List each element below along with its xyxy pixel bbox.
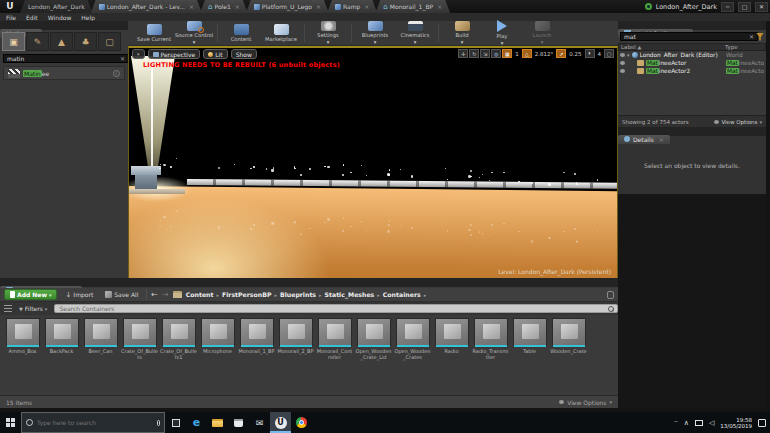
people-icon[interactable]: ꞏꞏ	[674, 419, 678, 427]
unreal-engine-taskbar-icon[interactable]: U	[270, 412, 291, 433]
build-button[interactable]: Build▾	[442, 21, 482, 45]
import-button[interactable]: ↓Import	[61, 289, 97, 300]
back-icon[interactable]: ←	[151, 290, 158, 299]
asset-tile[interactable]: Microphone	[199, 318, 236, 355]
viewport-options-dropdown[interactable]: ▾	[132, 49, 145, 59]
minimize-button[interactable]: ─	[721, 2, 734, 12]
tab-monorail-1-bp[interactable]: ⌂Monorail_1_BP×	[375, 0, 450, 13]
hidden-icons-chevron[interactable]: ∧	[684, 419, 689, 427]
network-icon[interactable]	[695, 420, 703, 426]
clear-search-icon[interactable]: ✕	[749, 33, 754, 40]
menu-item[interactable]: Window	[48, 14, 72, 21]
breadcrumb-item[interactable]: Containers▸	[383, 291, 426, 298]
camera-speed-value[interactable]: 4	[596, 51, 604, 57]
asset-tile[interactable]: Open_Wooden_Crate_Lid	[355, 318, 392, 360]
close-icon[interactable]: ×	[316, 3, 321, 10]
view-options-button[interactable]: View Options▾	[714, 119, 762, 125]
settings-button[interactable]: Settings▾	[308, 21, 348, 45]
marketplace-button[interactable]: Marketplace	[261, 21, 301, 45]
breadcrumb-item[interactable]: Blueprints▸	[280, 291, 322, 298]
scale-tool-icon[interactable]: ⇲	[480, 49, 490, 58]
view-mode-button[interactable]: Lit	[203, 49, 227, 59]
save-current-button[interactable]: Save Current	[134, 21, 174, 45]
lock-icon[interactable]	[607, 291, 614, 299]
menu-item[interactable]: File	[6, 14, 16, 21]
rotation-snap-value[interactable]: 2.812°	[533, 51, 556, 57]
scale-snap-icon[interactable]: ↗	[556, 49, 566, 58]
asset-tile[interactable]: Radio	[433, 318, 470, 355]
asset-tile[interactable]: Monorail_1_BP	[238, 318, 275, 355]
asset-tile[interactable]: Beer_Can	[82, 318, 119, 355]
view-options-button[interactable]: View Options▾	[559, 399, 612, 406]
mode-landscape-button[interactable]: ▲	[50, 32, 73, 51]
close-button[interactable]: ✕	[755, 2, 768, 12]
mode-paint-button[interactable]: ✎	[26, 32, 49, 51]
asset-tile[interactable]: Crate_Of_Bullets	[121, 318, 158, 360]
file-explorer-icon[interactable]	[207, 412, 228, 433]
menu-item[interactable]: Help	[81, 14, 95, 21]
breadcrumb-item[interactable]: Static_Meshes▸	[325, 291, 380, 298]
scale-snap-value[interactable]: 0.25	[567, 51, 583, 57]
tab-level[interactable]: London_After_Dark - Lev...×	[91, 0, 202, 13]
rotate-tool-icon[interactable]: ↻	[469, 49, 479, 58]
close-icon[interactable]: ×	[235, 3, 240, 10]
filters-button[interactable]: ▼Filters▾	[15, 303, 51, 314]
mode-foliage-button[interactable]: ♣	[74, 32, 97, 51]
close-icon[interactable]: ×	[189, 3, 194, 10]
store-icon[interactable]	[228, 412, 249, 433]
breadcrumb-item[interactable]: Content▸	[186, 291, 219, 298]
outliner-row-matineeactor[interactable]: MatineeActor MatineeActor	[618, 59, 766, 67]
content-search-input[interactable]	[54, 304, 618, 313]
eye-icon[interactable]	[620, 61, 625, 65]
tab-ramp[interactable]: Ramp×	[327, 0, 377, 13]
folder-icon[interactable]	[173, 291, 182, 298]
show-flags-button[interactable]: Show	[231, 49, 257, 59]
launch-button[interactable]: Launch▾	[522, 21, 562, 45]
view-toggle-icon[interactable]	[4, 305, 12, 312]
action-center-icon[interactable]	[758, 419, 766, 427]
taskbar-search-input[interactable]	[37, 419, 137, 426]
eye-icon[interactable]	[620, 53, 625, 57]
grid-snap-icon[interactable]: ▦	[502, 49, 512, 58]
outliner-row-world[interactable]: ▾ London_After_Dark (Editor) World	[618, 51, 766, 59]
mail-icon[interactable]: ✉	[249, 412, 270, 433]
asset-tile[interactable]: Crate_Of_Bullets1	[160, 318, 197, 360]
menu-item[interactable]: Edit	[26, 14, 38, 21]
grid-snap-value[interactable]: 1	[513, 51, 521, 57]
tab-london-after-dark[interactable]: London_After_Dark	[20, 0, 93, 13]
rotation-snap-icon[interactable]: △	[522, 49, 532, 58]
camera-mode-button[interactable]: Perspective	[148, 49, 201, 59]
play-button[interactable]: Play▾	[482, 21, 522, 45]
mode-geometry-button[interactable]: ▢	[98, 32, 121, 51]
modes-search-input[interactable]	[3, 54, 129, 63]
asset-tile[interactable]: Open_Wooden_Crates	[394, 318, 431, 360]
asset-tile[interactable]: BackPack	[43, 318, 80, 355]
edge-icon[interactable]: e	[186, 412, 207, 433]
asset-tile[interactable]: Radio_Transmitter	[472, 318, 509, 360]
matinee-result-item[interactable]: Matinee i	[3, 66, 125, 80]
asset-tile[interactable]: Ammo_Box	[4, 318, 41, 355]
close-icon[interactable]: ×	[659, 136, 664, 143]
start-button[interactable]	[0, 412, 21, 433]
world-coordinate-icon[interactable]: ◍	[491, 49, 501, 58]
maximize-viewport-icon[interactable]: ▢	[604, 49, 614, 58]
move-tool-icon[interactable]: ✛	[458, 49, 468, 58]
asset-tile[interactable]: Monorail_2_BP	[277, 318, 314, 355]
taskbar-search[interactable]	[21, 412, 165, 433]
chrome-icon[interactable]	[291, 412, 312, 433]
source-control-button[interactable]: Source Control▾	[174, 21, 214, 45]
asset-tile[interactable]: Table	[511, 318, 548, 355]
camera-speed-icon[interactable]: 🞂	[585, 49, 595, 58]
asset-tile[interactable]: Wooden_Crate	[550, 318, 587, 355]
mode-place-button[interactable]: ▣	[2, 32, 25, 51]
content-button[interactable]: Content	[221, 21, 261, 45]
asset-tile[interactable]: Monorail_Controller	[316, 318, 353, 360]
breadcrumb-item[interactable]: FirstPersonBP▸	[222, 291, 277, 298]
clock[interactable]: 19:58 13/05/2019	[720, 417, 752, 429]
close-icon[interactable]: ×	[437, 3, 442, 10]
close-icon[interactable]: ×	[364, 3, 369, 10]
expand-icon[interactable]: ▾	[627, 52, 630, 58]
viewport[interactable]: ▾ Perspective Lit Show ✛ ↻ ⇲ ◍ ▦ 1 △ 2.8…	[128, 46, 618, 278]
maximize-button[interactable]: ▢	[738, 2, 751, 12]
add-new-button[interactable]: Add New▾	[4, 289, 57, 300]
